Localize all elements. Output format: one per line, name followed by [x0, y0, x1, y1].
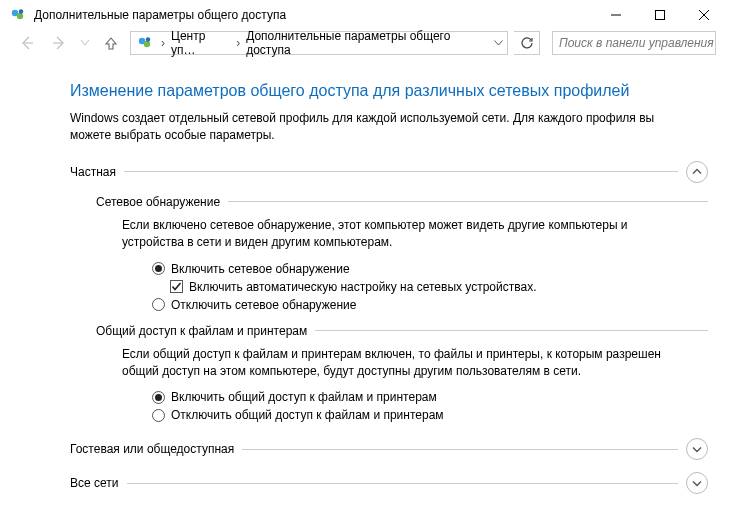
back-button[interactable] [14, 30, 40, 56]
radio-file-sharing-on[interactable]: Включить общий доступ к файлам и принтер… [152, 390, 708, 404]
option-label: Включить автоматическую настройку на сет… [189, 280, 537, 294]
control-panel-icon [137, 35, 153, 51]
search-placeholder: Поиск в панели управления [559, 36, 714, 50]
divider [228, 201, 708, 202]
address-bar[interactable]: › Центр уп… › Дополнительные параметры о… [130, 31, 508, 55]
svg-rect-3 [656, 11, 665, 20]
radio-file-sharing-off[interactable]: Отключить общий доступ к файлам и принте… [152, 408, 708, 422]
section-private[interactable]: Частная [70, 161, 708, 183]
minimize-button[interactable] [594, 1, 638, 29]
svg-point-2 [19, 9, 23, 13]
divider [127, 483, 679, 484]
option-label: Включить общий доступ к файлам и принтер… [171, 390, 437, 404]
network-discovery-desc: Если включено сетевое обнаружение, этот … [122, 217, 678, 252]
subsection-label: Сетевое обнаружение [96, 195, 220, 209]
chevron-down-icon[interactable] [686, 472, 708, 494]
option-label: Отключить общий доступ к файлам и принте… [171, 408, 444, 422]
section-label: Частная [70, 165, 116, 179]
checkbox-auto-setup[interactable]: Включить автоматическую настройку на сет… [152, 280, 708, 294]
network-discovery-options: Включить сетевое обнаружение Включить ав… [152, 262, 708, 312]
divider [242, 449, 678, 450]
option-label: Отключить сетевое обнаружение [171, 298, 356, 312]
history-dropdown[interactable] [78, 30, 92, 56]
chevron-down-icon[interactable] [686, 438, 708, 460]
svg-point-5 [144, 41, 150, 47]
subsection-label: Общий доступ к файлам и принтерам [96, 324, 307, 338]
chevron-up-icon[interactable] [686, 161, 708, 183]
section-label: Все сети [70, 476, 119, 490]
file-sharing-desc: Если общий доступ к файлам и принтерам в… [122, 346, 678, 381]
svg-point-6 [146, 37, 150, 41]
breadcrumb-item[interactable]: Дополнительные параметры общего доступа [242, 29, 490, 57]
divider [315, 330, 708, 331]
radio-network-discovery-on[interactable]: Включить сетевое обнаружение [152, 262, 708, 276]
search-input[interactable]: Поиск в панели управления [552, 31, 716, 55]
radio-icon [152, 298, 165, 311]
close-button[interactable] [682, 1, 726, 29]
control-panel-icon [10, 7, 26, 23]
address-dropdown[interactable] [490, 32, 507, 54]
titlebar: Дополнительные параметры общего доступа [0, 0, 730, 30]
navbar: › Центр уп… › Дополнительные параметры о… [0, 30, 730, 62]
radio-icon [152, 262, 165, 275]
section-guest[interactable]: Гостевая или общедоступная [70, 438, 708, 460]
page-heading: Изменение параметров общего доступа для … [70, 82, 708, 100]
maximize-button[interactable] [638, 1, 682, 29]
svg-point-1 [17, 13, 23, 19]
option-label: Включить сетевое обнаружение [171, 262, 350, 276]
up-button[interactable] [98, 30, 124, 56]
subsection-file-sharing: Общий доступ к файлам и принтерам [96, 324, 708, 338]
page-intro: Windows создает отдельный сетевой профил… [70, 110, 670, 145]
radio-icon [152, 409, 165, 422]
breadcrumb-item[interactable]: Центр уп… [167, 29, 234, 57]
chevron-right-icon: › [234, 36, 242, 50]
refresh-button[interactable] [514, 31, 540, 55]
chevron-right-icon: › [159, 36, 167, 50]
content: Изменение параметров общего доступа для … [0, 62, 730, 494]
checkbox-icon [170, 280, 183, 293]
radio-icon [152, 391, 165, 404]
section-label: Гостевая или общедоступная [70, 442, 234, 456]
window-title: Дополнительные параметры общего доступа [34, 8, 286, 22]
divider [124, 171, 678, 172]
forward-button[interactable] [46, 30, 72, 56]
radio-network-discovery-off[interactable]: Отключить сетевое обнаружение [152, 298, 708, 312]
section-all-networks[interactable]: Все сети [70, 472, 708, 494]
subsection-network-discovery: Сетевое обнаружение [96, 195, 708, 209]
file-sharing-options: Включить общий доступ к файлам и принтер… [152, 390, 708, 422]
